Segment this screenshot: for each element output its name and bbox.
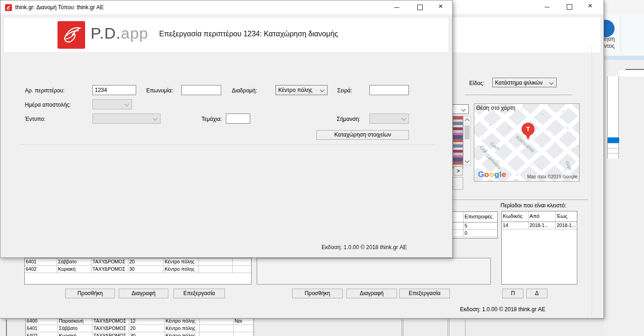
table-row[interactable]: 6401ΣάββατοΤΑΧΥΔΡΟΜΟΣ20Κέντρο πόλης: [25, 258, 251, 266]
add-button[interactable]: Προσθήκη: [65, 289, 115, 298]
minimize-button[interactable]: [537, 0, 558, 14]
toolbar-button-label[interactable]: ίηση: [604, 36, 615, 42]
table-cell: 20: [129, 325, 165, 332]
selected-row[interactable]: [608, 137, 619, 143]
window-edge: [6, 319, 7, 336]
table-cell: 2018-1...: [556, 222, 577, 229]
table-cell: 6402: [26, 332, 58, 336]
table-cell: ΤΑΧΥΔΡΟΜΟΣ: [92, 266, 128, 273]
street-arrow-icon: [543, 126, 549, 132]
table-cell: 14: [502, 222, 529, 229]
name-input[interactable]: [181, 85, 221, 95]
submit-button[interactable]: Καταχώρηση στοιχείων: [316, 130, 409, 140]
periods-delete-button[interactable]: Δ: [526, 289, 547, 298]
table-row[interactable]: ΚωδικόςΑπόΈως: [502, 211, 577, 222]
kind-value: Κατάστημα ψιλικών: [495, 80, 542, 86]
maximize-button[interactable]: [559, 0, 580, 14]
minimize-button[interactable]: [387, 0, 407, 14]
table-row[interactable]: 142018-1...2018-1...: [502, 222, 577, 229]
edit-button[interactable]: Επεξεργασία: [173, 289, 225, 298]
street-label: Gazi: [489, 141, 501, 151]
street-arrow-icon: [569, 145, 575, 151]
table-cell: [233, 258, 252, 265]
street-arrow-icon: [560, 108, 566, 114]
street-arrow-icon: [564, 124, 570, 130]
toolbar-button-label[interactable]: ντος: [604, 43, 615, 49]
edit-button-2[interactable]: Επεξεργασία: [399, 289, 450, 298]
chevron-down-icon: [125, 102, 129, 107]
table-cell: Κέντρο πόλης: [165, 332, 200, 336]
table-cell: Ναι: [234, 318, 254, 325]
close-button[interactable]: ×: [581, 0, 602, 14]
chevron-down-icon: [320, 88, 325, 92]
table-cell: 6401: [26, 325, 58, 332]
name-label: Επωνυμία:: [146, 87, 173, 94]
table-cell: Επιστροφές: [464, 212, 498, 222]
background-window-bottom: 6400ΠαρασκευήΤΑΧΥΔΡΟΜΟΣ12Κέντρο πόληςΝαι…: [0, 319, 644, 336]
table-cell: Σάββατο: [58, 325, 92, 332]
maximize-button[interactable]: [410, 0, 430, 14]
print-select[interactable]: [92, 114, 161, 124]
series-input[interactable]: [369, 85, 409, 95]
table-row[interactable]: 6400ΠαρασκευήΤΑΧΥΔΡΟΜΟΣ12Κέντρο πόληςΝαι: [26, 318, 253, 325]
dialog-heading: Επεξεργασία περιπτέρου 1234: Καταχώρηση …: [159, 30, 338, 38]
titlebar[interactable]: think.gr: Διανομή Τύπου: think.gr ΑΕ ×: [0, 0, 452, 14]
logo-letter: o: [489, 170, 494, 179]
photo-scrollbar[interactable]: [463, 116, 471, 165]
separator: [465, 95, 572, 95]
titlebar: [604, 0, 644, 14]
scrollbar-thumb[interactable]: [465, 125, 470, 139]
periods-table-body: 142018-1...2018-1...: [502, 222, 577, 229]
table-cell: 20: [128, 258, 164, 265]
maximize-icon: [417, 5, 423, 10]
table-cell: 30: [129, 332, 165, 336]
google-logo: Google: [478, 170, 506, 179]
table-cell: 30: [128, 266, 164, 273]
table-cell: 6402: [25, 266, 57, 273]
kind-select[interactable]: Κατάστημα ψιλικών: [492, 78, 557, 87]
logo-letter: e: [502, 170, 506, 179]
map-widget[interactable]: Θέση στο χάρτη Konstanta Gazi Ogl Gamvet…: [474, 103, 580, 182]
marking-select[interactable]: [369, 114, 409, 124]
ship-day-select[interactable]: [92, 99, 132, 109]
background-window-right: ίηση ντος: [604, 0, 644, 336]
hidden-button-sliver[interactable]: [453, 177, 463, 190]
table-cell: 2018-1...: [529, 222, 556, 229]
street-arrow-icon: [529, 161, 535, 167]
table-cell: [200, 332, 234, 336]
street-arrow-icon: [486, 121, 492, 127]
logo-letter: g: [494, 170, 500, 179]
street-label: Gamveta: [484, 152, 503, 171]
kiosk-no-input[interactable]: [92, 85, 136, 95]
map-pin-icon[interactable]: T: [522, 123, 535, 136]
photo-next-button[interactable]: >: [454, 166, 463, 176]
table-row[interactable]: 6402ΚυριακήΤΑΧΥΔΡΟΜΟΣ30Κέντρο πόλης: [25, 266, 251, 273]
table-cell: Κωδικός: [502, 211, 529, 222]
delete-button-2[interactable]: Διαγραφή: [346, 289, 397, 298]
map-attribution: Map data ©2019 Google: [527, 174, 577, 179]
delete-button[interactable]: Διαγραφή: [119, 289, 168, 298]
street-arrow-icon: [552, 139, 558, 145]
table-row[interactable]: 6401ΣάββατοΤΑΧΥΔΡΟΜΟΣ20Κέντρο πόλης: [26, 325, 253, 332]
table-cell: [200, 318, 234, 325]
route-select[interactable]: Κέντρο πόλης: [276, 85, 328, 95]
add-button-2[interactable]: Προσθήκη: [292, 289, 343, 298]
closed-periods-table: ΚωδικόςΑπόΈως 142018-1...2018-1...: [501, 211, 577, 285]
route-value: Κέντρο πόλης: [278, 87, 312, 93]
periods-add-button[interactable]: Π: [502, 289, 523, 298]
desktop: 6400ΠαρασκευήΤΑΧΥΔΡΟΜΟΣ12Κέντρο πόληςΝαι…: [0, 0, 644, 336]
logo-text: P.D.app: [91, 24, 148, 42]
kiosk-photo-thumbnail[interactable]: [453, 116, 463, 169]
table-cell: [234, 332, 254, 336]
scroll-down-icon[interactable]: [465, 159, 470, 163]
street-arrow-icon: [480, 136, 486, 142]
table-cell: [234, 325, 254, 332]
scroll-up-icon[interactable]: [465, 119, 470, 123]
table-cell: 5: [464, 222, 498, 229]
logo-letter: G: [478, 170, 484, 179]
table-row[interactable]: 6402ΚυριακήΤΑΧΥΔΡΟΜΟΣ30Κέντρο πόλης: [26, 332, 253, 336]
panel-edge: [465, 319, 466, 336]
pieces-input[interactable]: [226, 114, 250, 124]
close-button[interactable]: ×: [432, 0, 452, 14]
toolbar-blue-icon[interactable]: [604, 20, 615, 37]
